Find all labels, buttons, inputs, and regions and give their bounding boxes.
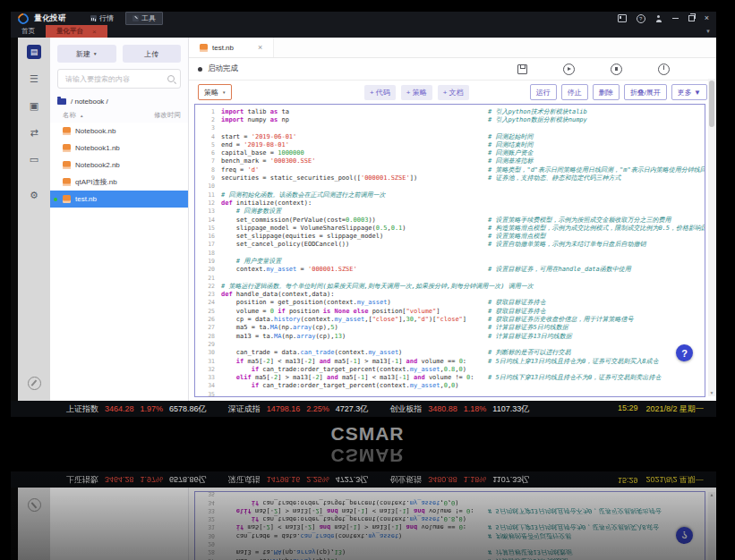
code-line[interactable]: 28 ma13 = ta.MA(np.array(cp),13)# 计算目标证券… — [195, 332, 705, 340]
code-line[interactable]: 12def initialize(context): — [195, 199, 705, 207]
scroll-down-icon[interactable]: ▼ — [708, 390, 715, 395]
file-row[interactable]: Notebook.nb — [50, 123, 188, 140]
action-button[interactable]: 更多 ▼ — [671, 84, 707, 100]
console-icon[interactable]: ▭ — [27, 152, 41, 166]
file-row[interactable]: Notebook1.nb — [50, 140, 188, 157]
editor-scrollbar[interactable]: ▼ — [708, 79, 715, 396]
restore-icon[interactable] — [688, 15, 695, 21]
cell-type-button[interactable]: 策略▼ — [198, 84, 232, 100]
cell-toolbar: 策略▼ + 代码+ 策略+ 文档 运行停止删除折叠/展开更多 ▼ — [189, 81, 716, 104]
code-line[interactable]: 4start = '2019-06-01'# 回测起始时间 — [195, 132, 705, 140]
code-line[interactable]: 11# 回测初始化函数。该函数会在正式回测进行之前调用一次 — [195, 191, 705, 199]
sort-asc-icon[interactable]: ▲ — [80, 114, 83, 118]
add-button[interactable]: + 代码 — [364, 85, 396, 100]
line-number: 14 — [195, 216, 221, 224]
tab-quant-platform[interactable]: 量化平台 × — [46, 25, 107, 38]
upload-button[interactable]: 上传 — [123, 45, 182, 63]
line-number: 7 — [195, 157, 221, 165]
line-number: 5 — [195, 141, 221, 148]
minimize-icon[interactable] — [672, 18, 679, 19]
close-icon[interactable]: × — [705, 14, 709, 22]
line-number: 3 — [195, 124, 221, 132]
code-line[interactable]: 34 if can_trade:order_target_percent(con… — [195, 382, 705, 390]
code-line[interactable]: 27 ma5 = ta.MA(np.array(cp),5)# 计算目标证券5日… — [195, 324, 705, 332]
line-number: 19 — [195, 258, 221, 265]
settings-gear-icon[interactable]: ⚙ — [27, 188, 41, 202]
tab-home[interactable]: 首页 — [11, 25, 46, 38]
search-icon[interactable] — [167, 75, 175, 82]
code-line[interactable]: 14 set_commission(PerValue(cost=0.0003))… — [195, 216, 705, 224]
code-line[interactable]: 3 — [195, 124, 705, 132]
file-row[interactable]: test.nb — [50, 191, 188, 208]
save-icon[interactable] — [517, 64, 527, 74]
code-line[interactable]: 6capital_base = 1000000# 回测账户资金 — [195, 148, 705, 157]
action-button[interactable]: 停止 — [561, 84, 588, 100]
code-line[interactable]: 29 — [195, 340, 705, 348]
file-row[interactable]: Notebook2.nb — [50, 157, 188, 174]
column-modified[interactable]: 修改时间 — [154, 111, 181, 120]
caret-down-icon: ▼ — [222, 90, 226, 95]
file-name: test.nb — [75, 195, 97, 203]
code-line[interactable]: 19 # 用户变量设置 — [195, 257, 705, 265]
code-line[interactable]: 26 cp = data.history(context.my_asset,["… — [195, 315, 705, 323]
code-line[interactable]: 8freq = 'd'# 策略类型，"d"表示日间策略使用日线回测，"m"表示日… — [195, 165, 705, 174]
code-line[interactable]: 7bench_mark = '000300.SSE'# 回测基准指标 — [195, 157, 705, 165]
line-number: 30 — [195, 349, 221, 356]
data-icon[interactable]: ☰ — [27, 72, 41, 86]
screen-icon[interactable] — [618, 14, 627, 22]
code-line[interactable]: 18 — [195, 249, 705, 257]
breadcrumb[interactable]: / notebook / — [50, 96, 188, 109]
run-all-icon[interactable] — [563, 64, 575, 75]
menu-market[interactable]: 行情 — [84, 13, 120, 24]
code-line[interactable]: 32 if can_trade:order_target_percent(con… — [195, 365, 705, 373]
code-line[interactable]: 9securities = static_securities_pool(['0… — [195, 174, 705, 182]
compass-icon[interactable] — [28, 377, 41, 390]
code-line[interactable]: 31 if ma5[-2] < ma13[-2] and ma5[-1] > m… — [195, 357, 705, 365]
line-number: 4 — [195, 133, 221, 140]
add-button[interactable]: + 文档 — [438, 85, 469, 100]
code-line[interactable]: 30 can_trade = data.can_trade(context.my… — [195, 349, 705, 357]
add-button[interactable]: + 策略 — [401, 85, 432, 100]
code-line[interactable]: 21 — [195, 274, 705, 282]
code-cell[interactable]: 1import talib as ta# 引入python技术分析模块talib… — [194, 104, 705, 397]
column-name[interactable]: 名称 — [63, 111, 76, 120]
code-line[interactable]: 15 slippage_model = VolumeShareSlippage(… — [195, 224, 705, 232]
action-button[interactable]: 删除 — [593, 84, 620, 100]
code-line[interactable]: 22# 策略运行逻辑函数。每个单位时间(如果按天回测,则每天调用一次,如果按分钟… — [195, 282, 705, 290]
new-button[interactable]: 新建▼ — [57, 45, 116, 63]
search-input[interactable] — [64, 74, 167, 84]
help-fab-button[interactable]: ? — [676, 344, 693, 361]
code-line[interactable]: 25 volume = 0 if position is None else p… — [195, 307, 705, 315]
code-line[interactable]: 17 set_cancel_policy(EODCancel())# 设置自动撤… — [195, 241, 705, 249]
editor-tab-close-icon[interactable]: × — [258, 43, 262, 52]
action-button[interactable]: 折叠/展开 — [624, 84, 667, 100]
notebook-editor: test.nb × 启动完成 策略▼ + 代码+ 策略+ 文档 运行停止删除折叠… — [189, 38, 716, 401]
notebook-icon[interactable]: ▤ — [27, 45, 41, 59]
transfer-icon[interactable]: ⇄ — [27, 125, 41, 140]
file-row[interactable]: qtAPI连接.nb — [50, 174, 188, 191]
code-line[interactable]: 10 — [195, 182, 705, 191]
action-button[interactable]: 运行 — [530, 84, 557, 100]
code-text: cp = data.history(context.my_asset,["clo… — [221, 316, 488, 323]
code-line[interactable]: 33 elif ma5[-2] > ma13[-2] and ma5[-1] <… — [195, 374, 705, 382]
help-icon[interactable]: ? — [637, 14, 645, 23]
menu-tools[interactable]: 工具 — [125, 12, 163, 25]
scrollbar-thumb[interactable] — [709, 81, 714, 127]
code-line[interactable]: 2import numpy as np# 引入python数据分析模块numpy — [195, 115, 705, 123]
code-line[interactable]: 16 set_slippage(equities = slippage_mode… — [195, 232, 705, 240]
code-line[interactable]: 13 # 回测参数设置 — [195, 208, 705, 216]
user-icon[interactable] — [655, 15, 662, 22]
shutdown-icon[interactable] — [658, 64, 670, 75]
code-line[interactable]: 23def handle_data(context,data): — [195, 291, 705, 299]
code-line[interactable]: 35 — [195, 390, 705, 397]
search-box[interactable] — [57, 69, 181, 89]
tab-list-caret-icon[interactable]: ▼ — [705, 29, 716, 34]
code-line[interactable]: 5end = '2019-08-01'# 回测结束时间 — [195, 140, 705, 148]
interrupt-icon[interactable] — [611, 64, 622, 75]
tab-close-icon[interactable]: × — [92, 28, 97, 36]
files-icon[interactable]: ▣ — [27, 98, 41, 113]
code-line[interactable]: 1import talib as ta# 引入python技术分析模块talib — [195, 107, 705, 115]
code-line[interactable]: 20 context.my_asset = '000001.SZSE'# 设置目… — [195, 266, 705, 274]
code-line[interactable]: 24 position = get_position(context.my_as… — [195, 299, 705, 307]
editor-tab-test-nb[interactable]: test.nb × — [189, 38, 274, 57]
